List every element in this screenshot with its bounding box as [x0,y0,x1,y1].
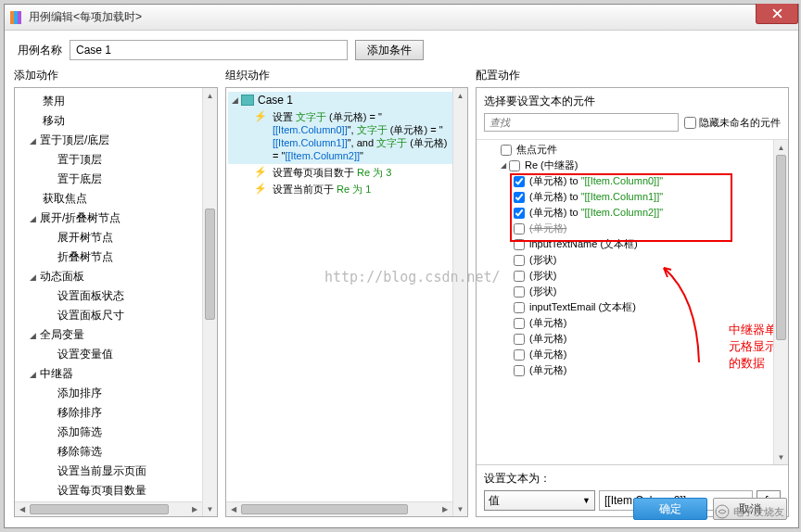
tree-item[interactable]: 动态面板 [15,267,202,286]
tree-item[interactable]: 移除排序 [15,403,202,423]
case-name-row: 用例名称 添加条件 [5,31,798,68]
search-input[interactable] [484,113,679,132]
tree-item[interactable]: 禁用 [15,92,202,111]
tree-item[interactable]: 设置面板状态 [15,286,202,306]
widget-item[interactable]: (形状) [477,252,788,268]
app-icon [10,11,23,24]
tree-item[interactable]: 展开树节点 [15,228,202,247]
tree-item[interactable]: 折叠树节点 [15,247,202,267]
organize-action-label: 组织动作 [225,68,468,83]
case-name-label: 用例名称 [18,43,62,58]
widget-item[interactable]: (单元格) to "[[Item.Column2]]" [477,205,788,221]
tree-item[interactable]: 移动 [15,111,202,131]
tree-item[interactable]: 置于顶层/底层 [15,131,202,150]
add-action-label: 添加动作 [14,68,218,83]
tree-item[interactable]: 设置面板尺寸 [15,306,202,325]
configure-action-panel: 选择要设置文本的元件 隐藏未命名的元件 焦点元件 Re (中继器) (单元格) … [476,87,789,517]
hide-unnamed-checkbox[interactable]: 隐藏未命名的元件 [684,116,781,130]
titlebar: 用例编辑<每项加载时> [5,5,798,31]
set-text-as-label: 设置文本为： [484,471,781,487]
add-action-panel: 禁用移动置于顶层/底层置于顶层置于底层获取焦点展开/折叠树节点展开树节点折叠树节… [14,87,218,517]
widget-item[interactable]: (单元格) [477,221,788,236]
configure-action-label: 配置动作 [476,68,789,83]
tree-item[interactable]: 添加排序 [15,384,202,403]
ok-button[interactable]: 确定 [633,498,707,520]
close-button[interactable] [756,4,798,24]
tree-item[interactable]: 设置变量值 [15,345,202,364]
tree-item[interactable]: 中继器 [15,364,202,384]
widget-item[interactable]: Re (中继器) [477,158,788,173]
widget-item[interactable]: (单元格) to "[[Item.Column1]]" [477,189,788,205]
tree-item[interactable]: 置于底层 [15,170,202,189]
select-widget-label: 选择要设置文本的元件 [484,94,781,109]
tree-item[interactable]: 置于顶层 [15,150,202,170]
action-row[interactable]: ⚡设置每页项目数于 Re 为 3 [228,164,452,181]
cancel-button[interactable]: 取消 [713,498,787,520]
organize-action-panel: ◢Case 1⚡设置 文字于 (单元格) = "[[Item.Column0]]… [225,87,468,517]
widget-item[interactable]: (形状) [477,284,788,299]
scrollbar-horizontal[interactable]: ◀ ▶ [226,501,452,516]
widget-item[interactable]: inputTextEmail (文本框) [477,299,788,315]
tree-item[interactable]: 设置当前显示页面 [15,462,202,481]
tree-item[interactable]: 设置每页项目数量 [15,481,202,500]
scrollbar-vertical[interactable]: ▲ ▼ [202,88,217,516]
case-row[interactable]: ◢Case 1 [228,92,452,108]
widget-item[interactable]: inputTextName (文本框) [477,236,788,252]
tree-item[interactable]: 获取焦点 [15,189,202,209]
action-row[interactable]: ⚡设置当前页于 Re 为 1 [228,181,452,197]
tree-item[interactable]: 展开/折叠树节点 [15,209,202,228]
scrollbar-vertical[interactable]: ▲▼ [452,88,467,516]
tree-item[interactable]: 全局变量 [15,325,202,345]
add-condition-button[interactable]: 添加条件 [355,40,424,60]
window-title: 用例编辑<每项加载时> [29,9,142,25]
case-name-input[interactable] [70,40,348,60]
dialog-window: 用例编辑<每项加载时> 用例名称 添加条件 添加动作 禁用移动置于顶层/底层置于… [4,4,799,528]
widget-item[interactable]: 焦点元件 [477,142,788,158]
value-type-select[interactable]: 值▼ [484,490,595,511]
tree-item[interactable]: 移除筛选 [15,442,202,462]
action-row[interactable]: ⚡设置 文字于 (单元格) = "[[Item.Column0]]", 文字于 … [228,108,452,164]
tree-item[interactable]: 添加筛选 [15,423,202,442]
scrollbar-horizontal[interactable]: ◀ ▶ [15,501,202,516]
widget-item[interactable]: (形状) [477,268,788,284]
scrollbar-vertical[interactable]: ▲ ▼ [773,140,788,464]
widget-item[interactable]: (单元格) to "[[Item.Column0]]" [477,173,788,189]
